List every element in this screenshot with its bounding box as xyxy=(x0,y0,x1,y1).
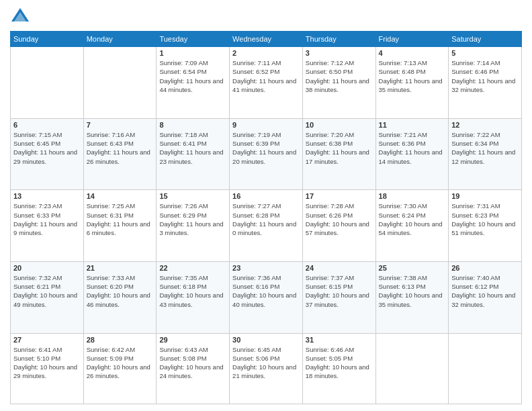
logo xyxy=(10,7,33,27)
day-number: 15 xyxy=(159,192,226,200)
weekday-header-cell: Wednesday xyxy=(230,32,303,47)
calendar-day-cell xyxy=(11,47,84,119)
day-info: Sunrise: 6:43 AMSunset: 5:08 PMDaylight:… xyxy=(159,345,226,381)
calendar-day-cell: 26Sunrise: 7:40 AMSunset: 6:12 PMDayligh… xyxy=(449,261,522,333)
calendar-week-row: 6Sunrise: 7:15 AMSunset: 6:45 PMDaylight… xyxy=(11,118,522,190)
calendar-day-cell: 31Sunrise: 6:46 AMSunset: 5:05 PMDayligh… xyxy=(302,333,375,404)
day-number: 8 xyxy=(159,121,226,129)
day-info: Sunrise: 7:09 AMSunset: 6:54 PMDaylight:… xyxy=(159,58,226,94)
day-info: Sunrise: 6:46 AMSunset: 5:05 PMDaylight:… xyxy=(306,345,373,381)
calendar-day-cell: 3Sunrise: 7:12 AMSunset: 6:50 PMDaylight… xyxy=(302,47,375,119)
day-info: Sunrise: 7:18 AMSunset: 6:41 PMDaylight:… xyxy=(159,130,226,166)
calendar-day-cell: 1Sunrise: 7:09 AMSunset: 6:54 PMDaylight… xyxy=(157,47,230,119)
day-info: Sunrise: 7:35 AMSunset: 6:18 PMDaylight:… xyxy=(159,273,226,309)
calendar-week-row: 1Sunrise: 7:09 AMSunset: 6:54 PMDaylight… xyxy=(11,47,522,119)
day-number: 19 xyxy=(451,192,519,200)
calendar-day-cell: 28Sunrise: 6:42 AMSunset: 5:09 PMDayligh… xyxy=(83,333,157,404)
calendar-day-cell: 15Sunrise: 7:26 AMSunset: 6:29 PMDayligh… xyxy=(157,190,230,262)
calendar-day-cell xyxy=(375,333,449,404)
day-info: Sunrise: 7:16 AMSunset: 6:43 PMDaylight:… xyxy=(87,130,154,166)
calendar-day-cell: 4Sunrise: 7:13 AMSunset: 6:48 PMDaylight… xyxy=(375,47,449,119)
day-number: 7 xyxy=(87,121,154,129)
day-info: Sunrise: 7:30 AMSunset: 6:24 PMDaylight:… xyxy=(379,201,446,237)
calendar-day-cell: 27Sunrise: 6:41 AMSunset: 5:10 PMDayligh… xyxy=(11,333,84,404)
calendar-day-cell: 18Sunrise: 7:30 AMSunset: 6:24 PMDayligh… xyxy=(375,190,449,262)
weekday-header-cell: Friday xyxy=(375,32,449,47)
calendar-day-cell: 12Sunrise: 7:22 AMSunset: 6:34 PMDayligh… xyxy=(449,118,522,190)
day-number: 2 xyxy=(232,49,300,57)
day-number: 31 xyxy=(306,336,373,344)
day-info: Sunrise: 7:14 AMSunset: 6:46 PMDaylight:… xyxy=(451,58,519,94)
day-info: Sunrise: 6:41 AMSunset: 5:10 PMDaylight:… xyxy=(13,345,81,381)
calendar-day-cell xyxy=(83,47,157,119)
day-number: 23 xyxy=(232,264,300,272)
day-info: Sunrise: 7:26 AMSunset: 6:29 PMDaylight:… xyxy=(159,201,226,237)
weekday-header-cell: Tuesday xyxy=(157,32,230,47)
day-number: 20 xyxy=(13,264,81,272)
day-number: 30 xyxy=(232,336,300,344)
day-info: Sunrise: 7:21 AMSunset: 6:36 PMDaylight:… xyxy=(379,130,446,166)
calendar-day-cell: 13Sunrise: 7:23 AMSunset: 6:33 PMDayligh… xyxy=(11,190,84,262)
day-number: 24 xyxy=(306,264,373,272)
day-number: 29 xyxy=(159,336,226,344)
day-number: 13 xyxy=(13,192,81,200)
day-number: 14 xyxy=(87,192,154,200)
calendar-day-cell: 30Sunrise: 6:45 AMSunset: 5:06 PMDayligh… xyxy=(230,333,303,404)
day-info: Sunrise: 7:12 AMSunset: 6:50 PMDaylight:… xyxy=(306,58,373,94)
calendar-day-cell: 10Sunrise: 7:20 AMSunset: 6:38 PMDayligh… xyxy=(302,118,375,190)
calendar-day-cell: 24Sunrise: 7:37 AMSunset: 6:15 PMDayligh… xyxy=(302,261,375,333)
calendar-week-row: 13Sunrise: 7:23 AMSunset: 6:33 PMDayligh… xyxy=(11,190,522,262)
day-number: 6 xyxy=(13,121,81,129)
day-info: Sunrise: 7:13 AMSunset: 6:48 PMDaylight:… xyxy=(379,58,446,94)
day-info: Sunrise: 7:11 AMSunset: 6:52 PMDaylight:… xyxy=(232,58,300,94)
day-info: Sunrise: 7:23 AMSunset: 6:33 PMDaylight:… xyxy=(13,201,81,237)
calendar-day-cell xyxy=(449,333,522,404)
calendar-week-row: 20Sunrise: 7:32 AMSunset: 6:21 PMDayligh… xyxy=(11,261,522,333)
calendar-table: SundayMondayTuesdayWednesdayThursdayFrid… xyxy=(10,31,522,404)
weekday-header-cell: Sunday xyxy=(11,32,84,47)
day-number: 27 xyxy=(13,336,81,344)
calendar-day-cell: 23Sunrise: 7:36 AMSunset: 6:16 PMDayligh… xyxy=(230,261,303,333)
day-number: 28 xyxy=(87,336,154,344)
day-info: Sunrise: 6:45 AMSunset: 5:06 PMDaylight:… xyxy=(232,345,300,381)
day-info: Sunrise: 7:32 AMSunset: 6:21 PMDaylight:… xyxy=(13,273,81,309)
calendar-day-cell: 5Sunrise: 7:14 AMSunset: 6:46 PMDaylight… xyxy=(449,47,522,119)
calendar-day-cell: 25Sunrise: 7:38 AMSunset: 6:13 PMDayligh… xyxy=(375,261,449,333)
day-number: 4 xyxy=(379,49,446,57)
day-number: 3 xyxy=(306,49,373,57)
page: SundayMondayTuesdayWednesdayThursdayFrid… xyxy=(0,0,532,411)
day-number: 16 xyxy=(232,192,300,200)
day-info: Sunrise: 7:28 AMSunset: 6:26 PMDaylight:… xyxy=(306,201,373,237)
day-number: 1 xyxy=(159,49,226,57)
day-number: 17 xyxy=(306,192,373,200)
day-number: 21 xyxy=(87,264,154,272)
day-info: Sunrise: 7:31 AMSunset: 6:23 PMDaylight:… xyxy=(451,201,519,237)
calendar-day-cell: 14Sunrise: 7:25 AMSunset: 6:31 PMDayligh… xyxy=(83,190,157,262)
day-info: Sunrise: 7:15 AMSunset: 6:45 PMDaylight:… xyxy=(13,130,81,166)
calendar-day-cell: 7Sunrise: 7:16 AMSunset: 6:43 PMDaylight… xyxy=(83,118,157,190)
calendar-day-cell: 2Sunrise: 7:11 AMSunset: 6:52 PMDaylight… xyxy=(230,47,303,119)
day-info: Sunrise: 7:38 AMSunset: 6:13 PMDaylight:… xyxy=(379,273,446,309)
day-info: Sunrise: 7:37 AMSunset: 6:15 PMDaylight:… xyxy=(306,273,373,309)
calendar-day-cell: 16Sunrise: 7:27 AMSunset: 6:28 PMDayligh… xyxy=(230,190,303,262)
day-info: Sunrise: 7:25 AMSunset: 6:31 PMDaylight:… xyxy=(87,201,154,237)
calendar-body: 1Sunrise: 7:09 AMSunset: 6:54 PMDaylight… xyxy=(11,47,522,404)
calendar-day-cell: 17Sunrise: 7:28 AMSunset: 6:26 PMDayligh… xyxy=(302,190,375,262)
day-number: 11 xyxy=(379,121,446,129)
header xyxy=(10,7,522,27)
calendar-day-cell: 22Sunrise: 7:35 AMSunset: 6:18 PMDayligh… xyxy=(157,261,230,333)
weekday-header-cell: Thursday xyxy=(302,32,375,47)
day-info: Sunrise: 7:19 AMSunset: 6:39 PMDaylight:… xyxy=(232,130,300,166)
day-info: Sunrise: 7:40 AMSunset: 6:12 PMDaylight:… xyxy=(451,273,519,309)
day-info: Sunrise: 7:20 AMSunset: 6:38 PMDaylight:… xyxy=(306,130,373,166)
logo-icon xyxy=(10,7,30,27)
calendar-day-cell: 21Sunrise: 7:33 AMSunset: 6:20 PMDayligh… xyxy=(83,261,157,333)
day-info: Sunrise: 7:33 AMSunset: 6:20 PMDaylight:… xyxy=(87,273,154,309)
day-info: Sunrise: 7:22 AMSunset: 6:34 PMDaylight:… xyxy=(451,130,519,166)
day-number: 5 xyxy=(451,49,519,57)
weekday-header-row: SundayMondayTuesdayWednesdayThursdayFrid… xyxy=(11,32,522,47)
day-number: 9 xyxy=(232,121,300,129)
day-info: Sunrise: 7:36 AMSunset: 6:16 PMDaylight:… xyxy=(232,273,300,309)
weekday-header-cell: Monday xyxy=(83,32,157,47)
day-number: 12 xyxy=(451,121,519,129)
